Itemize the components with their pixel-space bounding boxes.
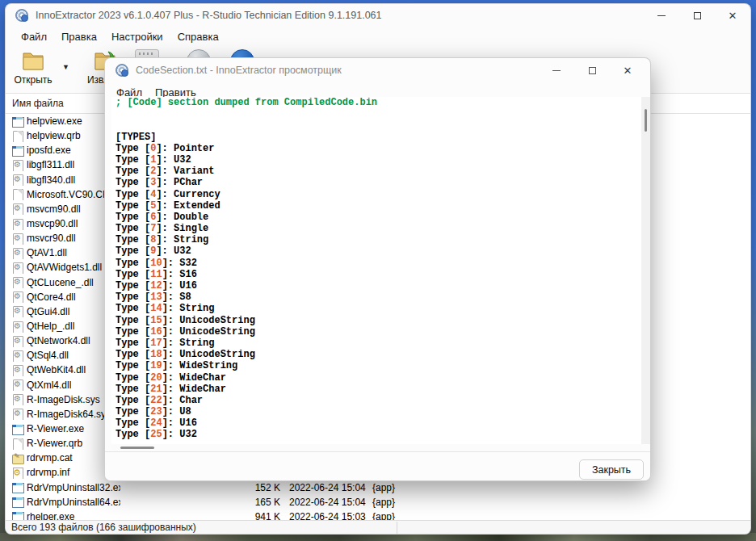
type-index: 25 [150,429,162,440]
dialog-maximize-button[interactable] [574,58,610,82]
file-name: RdrVmpUninstall64.exe [27,497,120,508]
type-value: U32 [174,245,191,257]
type-line: Type [4]: Currency [111,189,641,200]
exe-file-icon [11,115,23,128]
type-separator: ]: [156,212,174,223]
dialog-close-button[interactable]: ✕ [610,58,645,82]
vertical-scrollbar[interactable] [641,97,651,444]
close-button[interactable]: ✕ [715,4,750,27]
type-value: S16 [179,269,197,280]
type-prefix: Type [ [116,154,150,166]
open-dropdown-arrow[interactable]: ▼ [62,63,69,71]
file-name-cell: QtNetwork4.dll [6,335,120,347]
file-name-cell: helpview.qrb [6,130,120,142]
open-button[interactable]: Открыть [7,48,59,86]
type-line: Type [0]: Pointer [111,143,641,154]
file-name: RdrVmpUninstall32.exe [27,482,120,493]
type-line: Type [19]: WideString [111,360,641,371]
file-row[interactable]: RdrVmpUninstall64.exe 165 K 2022-06-24 1… [6,495,750,510]
close-icon: ✕ [624,65,632,76]
file-name: R-ImageDisk.sys [27,394,100,405]
file-date: 2022-06-24 15:04 [289,497,366,508]
type-value: UnicodeString [179,326,255,338]
file-name: QtXml4.dll [27,380,71,391]
type-separator: ]: [156,166,174,177]
type-prefix: Type [ [116,200,150,212]
type-separator: ]: [162,349,180,360]
filename-column-label: Имя файла [12,98,64,109]
file-name-cell: rdrvmp.inf [6,467,120,479]
type-line: Type [3]: PChar [111,177,641,188]
close-icon: ✕ [729,10,737,21]
file-name-cell: R-ImageDisk64.sys [6,408,120,420]
file-name: QtWebKit4.dll [27,364,86,375]
vertical-scrollbar-thumb[interactable] [645,109,647,132]
type-prefix: Type [ [116,429,150,440]
file-name: R-Viewer.qrb [27,438,82,449]
menu-item[interactable]: Файл [14,28,54,45]
file-name: QtNetwork4.dll [27,335,90,346]
dll-file-icon [11,262,23,274]
text-viewer[interactable]: ; [Code] section dumped from CompiledCod… [111,97,641,444]
dialog-close-action-button[interactable]: Закрыть [579,459,644,480]
type-separator: ]: [162,406,180,417]
type-prefix: Type [ [116,143,150,154]
app-icon [15,9,28,22]
type-value: PChar [174,177,203,188]
maximize-button[interactable] [679,4,715,27]
dll-file-icon [11,233,23,245]
menu-item[interactable]: Правка [54,28,104,45]
type-prefix: Type [ [116,291,150,303]
file-size: 152 K [200,482,280,493]
horizontal-scrollbar-thumb[interactable] [120,447,154,449]
type-value: Char [179,395,203,406]
dll-file-icon [11,276,23,288]
type-value: WideString [179,360,237,371]
minimize-button[interactable] [644,4,679,27]
file-name: helpview.qrb [27,130,81,141]
type-line: Type [7]: Single [111,223,641,234]
dll-file-icon [11,218,23,230]
type-index: 14 [150,303,162,314]
type-value: U8 [179,406,191,417]
type-separator: ]: [162,360,180,371]
type-prefix: Type [ [116,245,150,257]
file-row[interactable]: RdrVmpUninstall32.exe 152 K 2022-06-24 1… [6,480,750,495]
type-line: Type [18]: UnicodeString [111,349,641,360]
file-name: libgfl340.dll [27,174,75,186]
horizontal-scrollbar[interactable] [111,444,641,451]
dialog-minimize-button[interactable] [539,58,574,82]
type-separator: ]: [156,223,174,234]
type-prefix: Type [ [116,406,150,417]
type-line: Type [20]: WideChar [111,372,641,384]
type-prefix: Type [ [116,303,150,314]
type-separator: ]: [162,429,180,440]
type-prefix: Type [ [116,326,150,338]
status-separator [397,522,397,534]
dll-file-icon [11,364,23,376]
file-name-cell: QtHelp_.dll [6,321,120,333]
file-name-cell: libgfl340.dll [6,174,120,186]
type-separator: ]: [156,143,174,154]
file-name-cell: R-Viewer.exe [6,423,120,435]
type-value: Variant [174,166,214,177]
type-prefix: Type [ [116,177,150,188]
type-index: 15 [150,315,162,326]
minimize-icon [552,70,561,71]
type-index: 13 [150,291,162,303]
type-line: Type [9]: U32 [111,245,641,257]
file-name-cell: QtSql4.dll [6,350,120,362]
menu-item[interactable]: Настройки [104,28,170,45]
type-index: 20 [150,372,162,384]
type-value: Double [174,212,208,223]
type-separator: ]: [162,372,180,384]
type-value: String [179,303,214,314]
type-separator: ]: [156,154,174,166]
minimize-icon [657,15,666,16]
exe-file-icon [11,423,23,435]
type-separator: ]: [162,326,180,338]
menu-item[interactable]: Справка [170,28,226,45]
type-line: Type [8]: String [111,234,641,245]
type-prefix: Type [ [116,315,150,326]
type-separator: ]: [162,417,180,429]
